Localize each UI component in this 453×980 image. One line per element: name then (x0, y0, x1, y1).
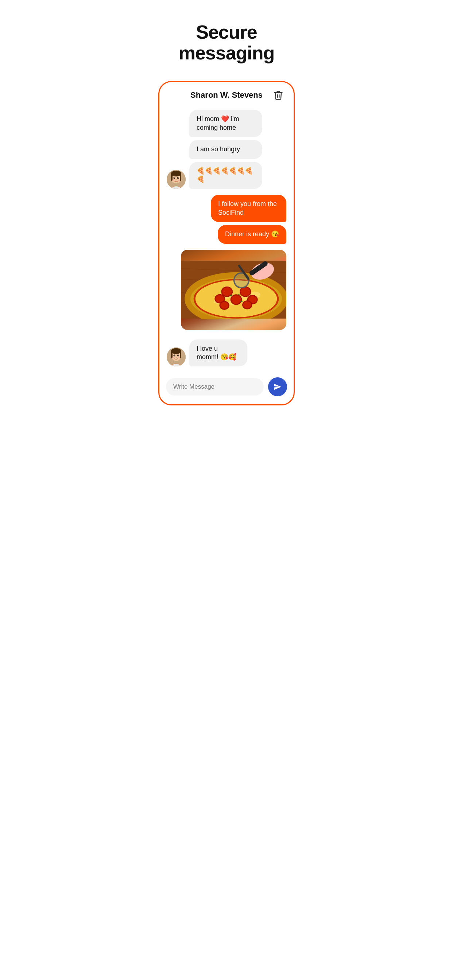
svg-point-63 (178, 357, 180, 358)
message-bubble-4: I follow you from the SociFind (211, 195, 286, 222)
bottom-incoming-bubbles: I love u momm! 😘🥰 (189, 339, 266, 367)
svg-point-60 (178, 355, 179, 355)
message-input[interactable] (166, 378, 264, 396)
svg-point-12 (172, 180, 174, 181)
svg-point-11 (176, 180, 177, 180)
chat-card: Sharon W. Stevens (158, 81, 295, 406)
svg-point-39 (221, 302, 229, 309)
chat-header: Sharon W. Stevens (160, 82, 293, 107)
incoming-message-group: Hi mom ❤️ i'm coming home I am so hungry… (167, 110, 286, 189)
page-title: Secure messaging (158, 22, 295, 64)
pizza-image (181, 250, 286, 330)
message-bubble-5: Dinner is ready 😘 (218, 225, 286, 243)
avatar-bottom (167, 347, 186, 366)
svg-point-29 (222, 288, 232, 296)
svg-point-31 (241, 288, 250, 296)
svg-point-57 (174, 355, 175, 356)
svg-point-54 (171, 348, 181, 354)
svg-point-9 (174, 178, 175, 178)
message-bubble-3: 🍕🍕🍕🍕🍕🍕🍕🍕 (189, 162, 262, 189)
svg-point-13 (178, 180, 180, 181)
svg-point-61 (176, 357, 177, 358)
svg-rect-55 (171, 351, 172, 358)
incoming-bubbles: Hi mom ❤️ i'm coming home I am so hungry… (189, 110, 286, 189)
message-bubble-2: I am so hungry (189, 140, 262, 159)
chat-messages: Hi mom ❤️ i'm coming home I am so hungry… (160, 107, 293, 339)
svg-point-42 (230, 294, 232, 296)
delete-icon[interactable] (273, 90, 283, 100)
bottom-incoming-row: I love u momm! 😘🥰 (160, 339, 293, 372)
message-input-row (160, 372, 293, 404)
svg-rect-56 (180, 351, 181, 358)
send-button[interactable] (268, 377, 287, 396)
send-icon (274, 383, 282, 391)
page-wrapper: Secure messaging Sharon W. Stevens (151, 0, 302, 420)
svg-rect-5 (171, 173, 172, 181)
svg-point-33 (231, 295, 241, 304)
svg-point-59 (174, 355, 175, 355)
outgoing-bubbles: I follow you from the SociFind Dinner is… (186, 195, 286, 243)
message-bubble-7: I love u momm! 😘🥰 (189, 339, 247, 367)
svg-rect-6 (180, 173, 181, 181)
contact-name: Sharon W. Stevens (180, 91, 273, 100)
message-bubble-1: Hi mom ❤️ i'm coming home (189, 110, 262, 137)
svg-point-41 (243, 302, 251, 309)
svg-point-62 (172, 357, 174, 358)
svg-point-10 (178, 178, 179, 178)
svg-point-4 (171, 170, 181, 177)
avatar (167, 170, 186, 189)
svg-point-7 (174, 177, 175, 179)
svg-point-8 (177, 177, 179, 179)
svg-point-44 (238, 294, 239, 295)
svg-point-43 (240, 301, 242, 302)
svg-point-58 (177, 355, 179, 356)
